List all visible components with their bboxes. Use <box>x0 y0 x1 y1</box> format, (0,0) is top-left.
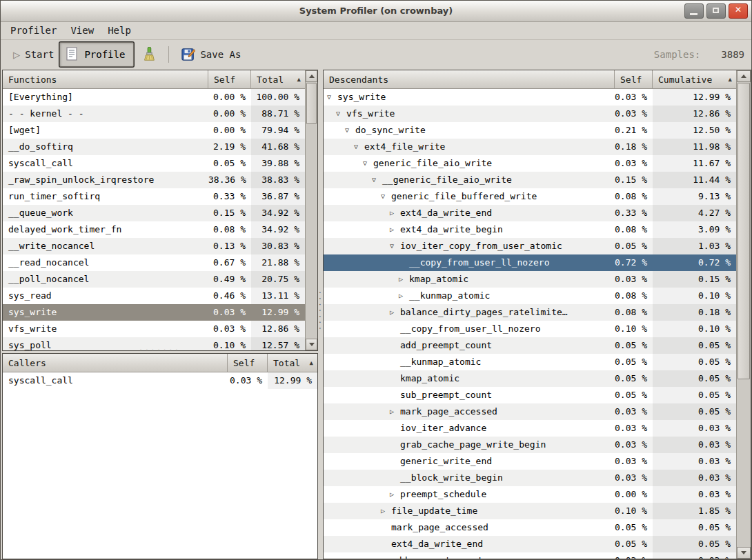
table-row[interactable]: __do_softirq2.19 %41.68 % <box>3 139 305 155</box>
expander-open-icon[interactable]: ▽ <box>354 139 364 155</box>
table-row[interactable]: [Everything]0.00 %100.00 % <box>3 89 305 106</box>
callers-column-header[interactable]: Callers <box>3 354 228 372</box>
table-row[interactable]: syscall_call0.03 %12.99 % <box>3 372 317 389</box>
expander-closed-icon[interactable]: ▷ <box>390 486 400 503</box>
self-value: 0.10 % <box>615 321 653 337</box>
descendants-scrollbar[interactable] <box>736 70 751 559</box>
table-row[interactable]: generic_write_end0.03 %0.03 % <box>324 453 736 470</box>
table-row[interactable]: delayed_work_timer_fn0.08 %34.92 % <box>3 221 305 238</box>
table-row[interactable]: __write_nocancel0.13 %30.83 % <box>3 238 305 254</box>
total-value: 0.03 % <box>653 453 736 470</box>
descendants-scrollbar-thumb[interactable] <box>738 83 750 379</box>
expander-open-icon[interactable]: ▽ <box>390 238 400 254</box>
descendants-column-header[interactable]: Descendants <box>324 70 615 88</box>
table-row[interactable]: __read_nocancel0.67 %21.88 % <box>3 254 305 271</box>
table-row[interactable]: ▽generic_file_aio_write0.03 %11.67 % <box>324 155 736 172</box>
table-row[interactable]: sys_read0.46 %13.11 % <box>3 288 305 304</box>
table-row[interactable]: mark_page_accessed0.05 %0.05 % <box>324 519 736 536</box>
table-row[interactable]: run_timer_softirq0.33 %36.87 % <box>3 188 305 205</box>
table-row[interactable]: ▽generic_file_buffered_write0.08 %9.13 % <box>324 188 736 205</box>
close-button[interactable]: ✕ <box>729 3 748 19</box>
expander-open-icon[interactable]: ▽ <box>336 106 346 122</box>
total-column-header[interactable]: Total ▲ <box>251 70 305 88</box>
maximize-button[interactable] <box>706 3 726 19</box>
profile-toggle-button[interactable]: Profile <box>59 42 134 67</box>
scroll-up-icon[interactable] <box>737 70 751 82</box>
table-row[interactable]: ▷ext4_da_write_end0.33 %4.27 % <box>324 205 736 221</box>
expander-open-icon[interactable]: ▽ <box>372 172 382 188</box>
self-column-header[interactable]: Self <box>228 354 268 372</box>
table-row[interactable]: __kunmap_atomic0.05 %0.05 % <box>324 354 736 370</box>
expander-closed-icon[interactable]: ▷ <box>390 403 400 420</box>
expander-closed-icon[interactable]: ▷ <box>390 221 400 238</box>
name-cell: iov_iter_advance <box>324 420 615 437</box>
table-row[interactable]: ▷kmap_atomic0.03 %0.15 % <box>324 271 736 288</box>
table-row[interactable]: sub_preempt_count0.05 %0.05 % <box>324 387 736 403</box>
table-row[interactable]: ▷preempt_schedule0.00 %0.03 % <box>324 486 736 503</box>
expander-open-icon[interactable]: ▽ <box>345 122 355 139</box>
scroll-down-icon[interactable] <box>306 339 317 350</box>
table-row[interactable]: - - kernel - -0.00 %88.71 % <box>3 106 305 122</box>
expander-open-icon[interactable]: ▽ <box>381 188 391 205</box>
cumulative-column-header[interactable]: Cumulative ▲ <box>653 70 736 88</box>
table-row[interactable]: __block_write_begin0.03 %0.03 % <box>324 470 736 486</box>
table-row[interactable]: ▽vfs_write0.03 %12.86 % <box>324 106 736 122</box>
table-row[interactable]: vfs_write0.03 %12.86 % <box>3 321 305 337</box>
self-column-header[interactable]: Self <box>615 70 653 88</box>
save-as-button[interactable]: Save As <box>176 47 246 62</box>
expander-closed-icon[interactable]: ▷ <box>390 205 400 221</box>
table-row[interactable]: syscall_call0.05 %39.88 % <box>3 155 305 172</box>
table-row[interactable]: ▽iov_iter_copy_from_user_atomic0.05 %1.0… <box>324 238 736 254</box>
functions-scrollbar-thumb[interactable] <box>306 83 317 124</box>
table-row[interactable]: ▽ext4_file_write0.18 %11.98 % <box>324 139 736 155</box>
function-name: __block_write_begin <box>400 470 503 486</box>
table-row[interactable]: ▷ext4_da_write_begin0.08 %3.09 % <box>324 221 736 238</box>
table-row[interactable]: _raw_spin_unlock_irqrestore38.36 %38.83 … <box>3 172 305 188</box>
table-row[interactable]: ▽sys_write0.03 %12.99 % <box>324 89 736 106</box>
reset-button[interactable] <box>134 47 161 62</box>
title-bar[interactable]: System Profiler (on crownbay) ✕ <box>1 1 751 22</box>
table-row[interactable]: __queue_work0.15 %34.92 % <box>3 205 305 221</box>
table-row[interactable]: __copy_from_user_ll_nozero0.10 %0.10 % <box>324 321 736 337</box>
vertical-pane-splitter[interactable]: ······· <box>317 290 322 339</box>
tree-indent <box>327 163 363 164</box>
total-value: 0.03 % <box>653 420 736 437</box>
table-row[interactable]: ▷file_update_time0.10 %1.85 % <box>324 503 736 519</box>
table-row[interactable]: kmap_atomic0.05 %0.05 % <box>324 370 736 387</box>
expander-open-icon[interactable]: ▽ <box>363 155 373 172</box>
table-row[interactable]: add_preempt_count0.03 %0.03 % <box>324 552 736 559</box>
table-row[interactable]: [wget]0.00 %79.94 % <box>3 122 305 139</box>
expander-closed-icon[interactable]: ▷ <box>390 304 400 321</box>
total-value: 0.05 % <box>653 536 736 552</box>
expander-closed-icon[interactable]: ▷ <box>399 288 409 304</box>
table-row[interactable]: __copy_from_user_ll_nozero0.72 %0.72 % <box>324 254 736 271</box>
self-column-header[interactable]: Self <box>208 70 251 88</box>
brush-icon <box>142 47 156 62</box>
expander-closed-icon[interactable]: ▷ <box>399 271 409 288</box>
table-row[interactable]: ▷balance_dirty_pages_ratelimite…0.08 %0.… <box>324 304 736 321</box>
table-row[interactable]: ▷__kunmap_atomic0.08 %0.10 % <box>324 288 736 304</box>
table-row[interactable]: ext4_da_write_end0.05 %0.05 % <box>324 536 736 552</box>
function-name: kmap_atomic <box>409 271 468 288</box>
menu-view[interactable]: View <box>63 23 101 37</box>
table-row[interactable]: ▽__generic_file_aio_write0.15 %11.44 % <box>324 172 736 188</box>
total-column-header[interactable]: Total ▲ <box>268 354 317 372</box>
minimize-button[interactable] <box>684 3 704 19</box>
table-row[interactable]: iov_iter_advance0.03 %0.03 % <box>324 420 736 437</box>
menu-help[interactable]: Help <box>101 23 138 37</box>
table-row[interactable]: ▽do_sync_write0.21 %12.50 % <box>324 122 736 139</box>
expander-closed-icon[interactable]: ▷ <box>381 503 391 519</box>
menu-profiler[interactable]: Profiler <box>3 23 63 37</box>
table-row[interactable]: __poll_nocancel0.49 %20.75 % <box>3 271 305 288</box>
table-row[interactable]: grab_cache_page_write_begin0.03 %0.03 % <box>324 437 736 453</box>
table-row[interactable]: ▷mark_page_accessed0.03 %0.05 % <box>324 403 736 420</box>
start-label: Start <box>25 49 54 60</box>
table-row[interactable]: sys_write0.03 %12.99 % <box>3 304 305 321</box>
expander-open-icon[interactable]: ▽ <box>327 89 337 106</box>
scroll-down-icon[interactable] <box>737 547 751 559</box>
functions-column-header[interactable]: Functions <box>3 70 208 88</box>
name-cell: ▷balance_dirty_pages_ratelimite… <box>324 304 615 321</box>
scroll-up-icon[interactable] <box>306 70 317 82</box>
start-button[interactable]: ▷ Start <box>8 49 59 61</box>
table-row[interactable]: add_preempt_count0.05 %0.05 % <box>324 337 736 354</box>
